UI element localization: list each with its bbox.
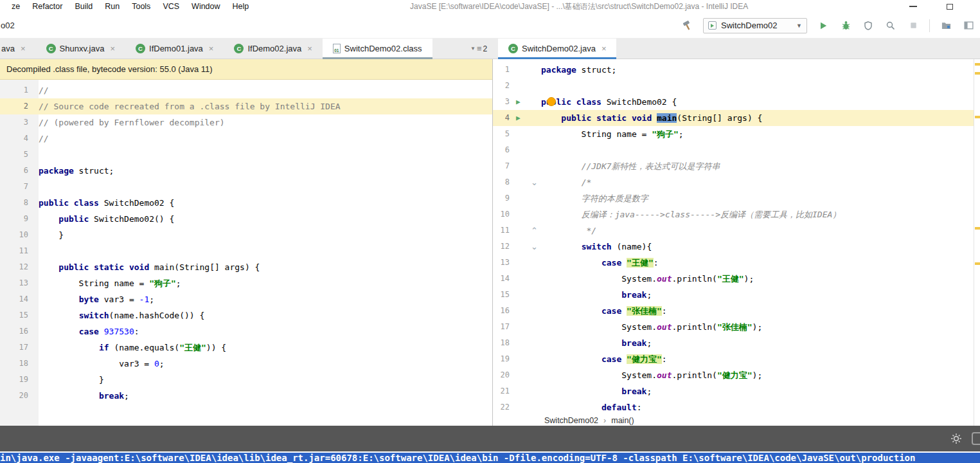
tab-overflow-indicator[interactable]: ▼ ≡ 2 [470, 39, 487, 59]
minimize-button[interactable] [909, 6, 917, 7]
code-line[interactable]: 18 break; [493, 335, 980, 351]
code-line[interactable]: 12⌄ switch (name){ [493, 239, 980, 255]
fold-icon[interactable]: ⌄ [531, 174, 538, 190]
code-line[interactable]: 1package struct; [493, 62, 980, 78]
locate-file-button[interactable] [940, 19, 952, 32]
run-arrow-icon[interactable]: ▶ [516, 94, 521, 110]
run-config-select[interactable]: SwitchDemo02 ▼ [703, 18, 807, 33]
code-line[interactable]: 18 var3 = 0; [0, 356, 492, 372]
line-number: 4 [493, 110, 510, 126]
code-line[interactable]: 6 [493, 142, 980, 158]
coverage-button[interactable] [862, 19, 875, 32]
code-line[interactable]: 5 String name = "狗子"; [493, 126, 980, 142]
editor-tab[interactable]: CIfDemo02.java× [224, 39, 322, 59]
build-button[interactable] [681, 19, 693, 32]
menu-item[interactable]: Window [192, 2, 220, 11]
code-line[interactable]: 12 public static void main(String[] args… [0, 259, 492, 275]
run-arrow-icon[interactable]: ▶ [516, 110, 521, 126]
line-number: 12 [493, 239, 510, 255]
menu-item[interactable]: ze [12, 2, 20, 11]
stripe-mark[interactable] [975, 72, 980, 75]
code-line[interactable]: 20 break; [0, 388, 492, 404]
close-icon[interactable]: × [307, 44, 312, 53]
close-icon[interactable]: × [601, 44, 607, 53]
code-line[interactable]: 13 String name = "狗子"; [0, 275, 492, 291]
code-line[interactable]: 16 case 937530: [0, 323, 492, 340]
code-line[interactable]: 15 switch(name.hashCode()) { [0, 307, 492, 323]
code-line[interactable]: 13 case "王健": [493, 255, 980, 271]
code-line[interactable]: 17 System.out.println("张佳楠"); [493, 319, 980, 335]
debug-button[interactable] [839, 19, 852, 32]
close-icon[interactable]: × [21, 44, 26, 53]
breadcrumb-item-class[interactable]: SwitchDemo02 [544, 416, 598, 425]
band-secondary-icon[interactable] [972, 432, 980, 445]
code-line[interactable]: 10 反编译：java----->class----->反编译（需要工具，比如I… [493, 206, 980, 222]
code-line[interactable]: 2// Source code recreated from a .class … [0, 98, 492, 114]
code-line[interactable]: 4// [0, 131, 492, 147]
left-code-area[interactable]: 1//2// Source code recreated from a .cla… [0, 80, 492, 426]
code-line[interactable]: 19 } [0, 372, 492, 388]
fold-icon[interactable]: ⌄ [531, 239, 538, 255]
code-line[interactable]: 8public class SwitchDemo02 { [0, 195, 492, 211]
layout-button[interactable] [962, 19, 975, 32]
editor-tab[interactable]: CSwitchDemo02.java× [498, 39, 616, 59]
code-text: System.out.println("健力宝"); [541, 367, 762, 383]
code-line[interactable]: 10 } [0, 227, 492, 243]
code-line[interactable]: 7 //JDK7新特性，表达式可以是字符串 [493, 158, 980, 174]
breadcrumb-item-method[interactable]: main() [611, 416, 634, 425]
editor-tab[interactable]: 01SwitchDemo02.class [323, 39, 432, 59]
console-line[interactable]: in\java.exe -javaagent:E:\software\IDEA\… [0, 451, 980, 463]
menu-item[interactable]: VCS [163, 2, 179, 11]
stripe-mark[interactable] [975, 63, 980, 66]
code-line[interactable]: 6package struct; [0, 163, 492, 179]
settings-button[interactable] [950, 433, 962, 444]
maximize-button[interactable] [947, 4, 953, 10]
line-number: 5 [493, 126, 510, 142]
code-line[interactable]: 3▶public class SwitchDemo02 { [493, 94, 980, 110]
menu-item[interactable]: Tools [132, 2, 150, 11]
code-line[interactable]: 14 System.out.println("王健"); [493, 271, 980, 287]
code-line[interactable]: 7 [0, 179, 492, 195]
classfile-icon: 01 [333, 44, 341, 53]
code-line[interactable]: 8⌄ /* [493, 174, 980, 190]
menu-item[interactable]: Build [75, 2, 93, 11]
code-line[interactable]: 1// [0, 82, 492, 98]
code-line[interactable]: 17 if (name.equals("王健")) { [0, 340, 492, 356]
close-icon[interactable]: × [110, 44, 115, 53]
code-line[interactable]: 14 byte var3 = -1; [0, 291, 492, 307]
code-line[interactable]: 3// (powered by Fernflower decompiler) [0, 114, 492, 131]
menu-item[interactable]: Refactor [32, 2, 62, 11]
gutter-icons [510, 335, 541, 351]
code-line[interactable]: 19 case "健力宝": [493, 351, 980, 367]
code-line[interactable]: 9 字符的本质是数字 [493, 190, 980, 206]
profiler-button[interactable] [884, 19, 897, 32]
menu-item[interactable]: Help [233, 2, 249, 11]
gutter-icons [510, 383, 541, 399]
editor-tab[interactable]: CShunxv.java× [36, 39, 125, 59]
code-line[interactable]: 4▶ public static void main(String[] args… [493, 110, 980, 126]
stripe-mark[interactable] [975, 116, 980, 118]
stripe-mark[interactable] [975, 227, 980, 230]
code-line[interactable]: 5 [0, 147, 492, 163]
code-line[interactable]: 20 System.out.println("健力宝"); [493, 367, 980, 383]
code-line[interactable]: 15 break; [493, 287, 980, 303]
code-line[interactable]: 22 default: [493, 399, 980, 415]
code-line[interactable]: 2 [493, 78, 980, 94]
editor-tab[interactable]: ava× [0, 39, 36, 59]
intention-bulb-icon[interactable] [547, 97, 556, 106]
editor-tab[interactable]: CIfDemo01.java× [125, 39, 224, 59]
run-button[interactable] [817, 19, 830, 32]
code-line[interactable]: 11 [0, 243, 492, 259]
navigation-breadcrumb[interactable]: o02 [0, 21, 15, 30]
close-icon[interactable]: × [209, 44, 214, 53]
code-line[interactable]: 16 case "张佳楠": [493, 303, 980, 319]
stop-button[interactable] [907, 19, 920, 32]
menu-item[interactable]: Run [105, 2, 120, 11]
fold-icon[interactable]: ⌃ [531, 222, 538, 239]
stripe-mark[interactable] [975, 262, 980, 265]
code-line[interactable]: 21 break; [493, 383, 980, 399]
right-code-area[interactable]: 1package struct;23▶public class SwitchDe… [493, 59, 980, 415]
code-line[interactable]: 11⌃ */ [493, 222, 980, 239]
class-icon: C [46, 44, 56, 53]
code-line[interactable]: 9 public SwitchDemo02() { [0, 211, 492, 227]
